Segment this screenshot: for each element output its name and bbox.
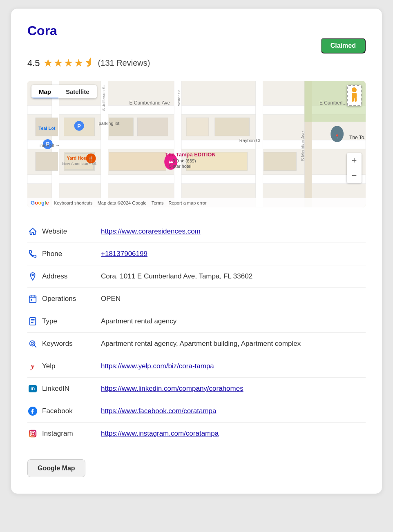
header-row: Cora Claimed	[27, 23, 366, 53]
svg-rect-2	[27, 140, 366, 149]
review-count: (131 Reviews)	[98, 58, 150, 68]
info-row-linkedin: inLinkedINhttps://www.linkedin.com/compa…	[27, 378, 366, 400]
svg-text:Water St: Water St	[176, 90, 181, 106]
info-label-text: Yelp	[42, 362, 55, 370]
svg-rect-16	[36, 152, 58, 171]
svg-rect-53	[31, 299, 32, 301]
svg-point-47	[352, 87, 357, 92]
info-row-website: Websitehttps://www.coraresidences.com	[27, 220, 366, 243]
svg-text:E Cumberland Ave: E Cumberland Ave	[129, 100, 170, 106]
report-error-link[interactable]: Report a map error	[169, 200, 207, 205]
info-label-phone: Phone	[27, 249, 101, 259]
rating-row: 4.5 ★ ★ ★ ★ ⯨ (131 Reviews)	[27, 57, 366, 69]
info-label-text: Type	[42, 317, 57, 325]
info-value-yelp[interactable]: https://www.yelp.com/biz/cora-tampa	[101, 355, 366, 378]
svg-text:S Meridian Ave: S Meridian Ave	[300, 131, 305, 161]
info-value-linkedin[interactable]: https://www.linkedin.com/company/corahom…	[101, 378, 366, 400]
svg-rect-18	[109, 152, 166, 171]
terms-link[interactable]: Terms	[152, 200, 164, 205]
stars-container: ★ ★ ★ ★ ⯨	[43, 57, 95, 69]
info-link-website[interactable]: https://www.coraresidences.com	[101, 227, 201, 235]
info-link-facebook[interactable]: https://www.facebook.com/coratampa	[101, 407, 217, 415]
info-value-type: Apartment rental agency	[101, 310, 366, 333]
info-label-text: LinkedIN	[42, 385, 69, 393]
svg-text:parking lot: parking lot	[99, 121, 120, 126]
svg-text:Raybon Ct: Raybon Ct	[239, 138, 261, 143]
search-icon	[27, 338, 38, 349]
map-svg: E Cumberland Ave S Jefferson St Water St…	[27, 81, 366, 207]
svg-point-61	[34, 432, 35, 432]
info-row-operations: OperationsOPEN	[27, 288, 366, 310]
svg-rect-13	[137, 118, 168, 136]
info-link-linkedin[interactable]: https://www.linkedin.com/company/corahom…	[101, 385, 243, 392]
svg-text:3.9 ★ (639): 3.9 ★ (639)	[173, 158, 196, 163]
star-3: ★	[64, 57, 73, 69]
info-label-instagram: Instagram	[27, 428, 101, 439]
info-value-instagram[interactable]: https://www.instagram.com/coratampa	[101, 423, 366, 445]
google-logo: Google	[31, 200, 49, 206]
info-value-keywords: Apartment rental agency, Apartment build…	[101, 333, 366, 355]
info-label-text: Phone	[42, 250, 62, 258]
map-data-text: Map data ©2024 Google	[98, 200, 147, 205]
location-icon	[27, 271, 38, 282]
map-footer: Google Keyboard shortcuts Map data ©2024…	[27, 198, 366, 207]
info-value-phone[interactable]: +18137906199	[101, 243, 366, 265]
street-view-icon[interactable]	[347, 85, 362, 106]
house-icon	[27, 226, 38, 237]
info-row-yelp: yYelphttps://www.yelp.com/biz/cora-tampa	[27, 355, 366, 378]
svg-text:E Cumberl...: E Cumberl...	[319, 100, 347, 106]
svg-rect-50	[355, 98, 357, 102]
facebook-icon	[27, 406, 38, 416]
star-4: ★	[74, 57, 83, 69]
svg-text:inice St →: inice St →	[40, 143, 60, 148]
svg-text:5-star hotel: 5-star hotel	[169, 164, 192, 169]
zoom-in-button[interactable]: +	[347, 153, 362, 168]
info-label-address: Address	[27, 271, 101, 282]
info-value-website[interactable]: https://www.coraresidences.com	[101, 220, 366, 243]
map-placeholder: E Cumberland Ave S Jefferson St Water St…	[27, 81, 366, 207]
info-link-instagram[interactable]: https://www.instagram.com/coratampa	[101, 430, 219, 437]
doc-icon	[27, 316, 38, 327]
google-map-button[interactable]: Google Map	[27, 459, 85, 477]
star-half: ⯨	[84, 57, 95, 69]
info-value-facebook[interactable]: https://www.facebook.com/coratampa	[101, 400, 366, 423]
info-value-address: Cora, 1011 E Cumberland Ave, Tampa, FL 3…	[101, 265, 366, 288]
svg-text:📍: 📍	[335, 134, 340, 139]
info-label-text: Website	[42, 227, 67, 236]
info-label-type: Type	[27, 316, 101, 327]
info-label-linkedin: inLinkedIN	[27, 383, 101, 394]
satellite-tab-button[interactable]: Satellite	[58, 85, 97, 98]
claimed-badge[interactable]: Claimed	[321, 38, 366, 53]
info-row-keywords: KeywordsApartment rental agency, Apartme…	[27, 333, 366, 355]
zoom-out-button[interactable]: −	[347, 168, 362, 183]
svg-rect-48	[352, 93, 357, 98]
info-label-operations: Operations	[27, 294, 101, 304]
info-row-phone: Phone+18137906199	[27, 243, 366, 265]
svg-text:S Jefferson St: S Jefferson St	[101, 85, 106, 111]
linkedin-icon: in	[27, 383, 38, 394]
info-label-keywords: Keywords	[27, 338, 101, 349]
svg-rect-14	[186, 118, 209, 136]
star-2: ★	[54, 57, 63, 69]
info-link-yelp[interactable]: https://www.yelp.com/biz/cora-tampa	[101, 362, 214, 370]
keyboard-shortcuts[interactable]: Keyboard shortcuts	[54, 200, 93, 205]
svg-rect-20	[264, 152, 297, 171]
info-table: Websitehttps://www.coraresidences.comPho…	[27, 220, 366, 445]
info-label-text: Address	[42, 272, 67, 280]
calendar-icon	[27, 294, 38, 304]
rating-score: 4.5	[27, 58, 40, 69]
info-value-operations: OPEN	[101, 288, 366, 310]
svg-rect-12	[109, 118, 134, 136]
map-tab-button[interactable]: Map	[31, 85, 58, 98]
star-1: ★	[43, 57, 53, 69]
info-label-text: Keywords	[42, 340, 73, 348]
map-container[interactable]: E Cumberland Ave S Jefferson St Water St…	[27, 81, 366, 207]
svg-point-56	[31, 342, 33, 345]
svg-text:🍴: 🍴	[88, 156, 94, 162]
info-label-text: Facebook	[42, 407, 73, 415]
business-name: Cora	[27, 23, 57, 38]
info-link-phone[interactable]: +18137906199	[101, 250, 147, 258]
yelp-icon: y	[27, 361, 38, 372]
info-label-facebook: Facebook	[27, 406, 101, 416]
info-row-facebook: Facebookhttps://www.facebook.com/coratam…	[27, 400, 366, 423]
